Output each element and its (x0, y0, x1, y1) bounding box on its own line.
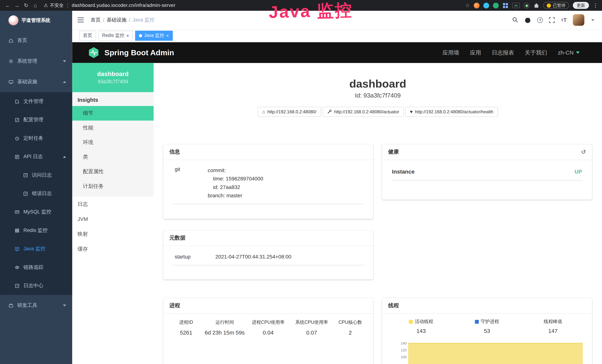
tab-redis-monitor[interactable]: Redis 监控 × (98, 31, 133, 41)
tab-label: 首页 (83, 32, 92, 39)
sba-instance-block[interactable]: dashboard 93a3fc7f7409 (72, 63, 153, 92)
sba-instance-name: dashboard (97, 71, 129, 77)
sba-nav-wall[interactable]: 应用墙 (442, 49, 459, 56)
sba-nav-applications[interactable]: 应用 (470, 49, 481, 56)
sba-menu-details[interactable]: 细节 (72, 106, 153, 121)
info-key: git (172, 166, 208, 200)
sidebar-label: Redis 监控 (23, 227, 47, 234)
github-icon[interactable] (525, 17, 531, 23)
extension-leaf-icon[interactable] (524, 2, 529, 8)
infra-submenu: 文件管理 配置管理 定时任务 API 日志 访问日志 错误日志 (0, 92, 72, 295)
forward-icon[interactable]: → (12, 2, 22, 8)
service-url-button[interactable]: ⌂ http://192.168.0.2:48080/ (258, 107, 321, 117)
fullscreen-icon[interactable] (549, 17, 555, 23)
actuator-url-button[interactable]: http://192.168.0.2:48080/actuator (322, 107, 404, 117)
sba-menu-caches[interactable]: 缓存 (72, 242, 153, 257)
sidebar-item-home[interactable]: 首页 (0, 30, 72, 51)
extension-drop-icon[interactable] (483, 2, 489, 8)
avatar-caret-icon[interactable] (591, 19, 594, 21)
app-logo[interactable]: 芋道管理系统 (0, 11, 72, 30)
sba-menu-scheduled[interactable]: 计划任务 (72, 179, 153, 193)
sidebar-label: 日志中心 (23, 282, 43, 289)
sba-menu-mappings[interactable]: 映射 (72, 227, 153, 242)
sidebar-item-file-manage[interactable]: 文件管理 (0, 92, 72, 110)
sba-instance-id: 93a3fc7f7409 (98, 79, 128, 85)
extension-grid-icon[interactable] (503, 2, 508, 8)
info-line: commit: (208, 166, 263, 175)
paused-badge[interactable]: 已暂停 (543, 2, 569, 9)
sidebar-item-log-center[interactable]: 日志中心 (0, 277, 72, 295)
breadcrumb-section[interactable]: 基础设施 (107, 17, 127, 23)
app-sidebar: 芋道管理系统 首页 系统管理 基础设施 文件管理 配置管理 (0, 11, 72, 364)
back-icon[interactable]: ← (3, 2, 12, 8)
sba-panel: Spring Boot Admin 应用墙 应用 日志报表 关于我们 zh-CN (72, 42, 602, 364)
pencil-square-icon (23, 191, 28, 196)
sidebar-label: 定时任务 (23, 135, 43, 142)
breadcrumb-current: Java 监控 (133, 17, 154, 23)
legend-yellow-swatch (409, 320, 413, 324)
sba-main: dashboard Id: 93a3fc7f7409 ⌂ http://192.… (153, 63, 602, 364)
update-button[interactable]: 更新 (573, 2, 589, 9)
tab-java-monitor[interactable]: Java 监控 × (135, 31, 172, 41)
help-icon[interactable]: ? (537, 17, 543, 23)
sba-nav-journal[interactable]: 日志报表 (492, 49, 514, 56)
history-icon[interactable]: ↺ (581, 149, 586, 155)
top-navbar: 首页 / 基础设施 / Java 监控 ? (72, 11, 602, 29)
instance-links: ⌂ http://192.168.0.2:48080/ http://192.1… (153, 107, 602, 117)
browser-home-icon[interactable]: ⌂ (31, 2, 40, 8)
sidebar-label: 配置管理 (23, 116, 43, 123)
sidebar-label: API 日志 (23, 153, 43, 160)
browser-chrome: ← → ↻ ⌂ ⚠ 不安全 dashboard.yudao.iocoder.cn… (0, 0, 602, 11)
sba-sidebar: dashboard 93a3fc7f7409 Insights 细节 性能 环境… (72, 63, 153, 364)
sidebar-label: MySQL 监控 (23, 208, 51, 215)
actuator-url: http://192.168.0.2:48080/actuator (334, 109, 399, 114)
sba-menu-classes[interactable]: 类 (72, 150, 153, 164)
font-size-icon[interactable]: TT (561, 17, 567, 23)
sidebar-item-redis-monitor[interactable]: Redis 监控 (0, 221, 72, 240)
sidebar-item-mysql-monitor[interactable]: MySQL 监控 (0, 203, 72, 221)
sidebar-item-config-manage[interactable]: 配置管理 (0, 110, 72, 129)
sidebar-item-dev-tools[interactable]: 研发工具 (0, 295, 72, 316)
sidebar-item-scheduled-tasks[interactable]: 定时任务 (0, 129, 72, 147)
tab-home[interactable]: 首页 (79, 31, 96, 41)
breadcrumb-separator: / (103, 17, 104, 23)
extension-fox-icon[interactable] (474, 2, 479, 8)
sba-brand[interactable]: Spring Boot Admin (87, 47, 174, 59)
close-icon[interactable]: × (166, 33, 169, 38)
breadcrumb-home[interactable]: 首页 (91, 17, 101, 23)
timer-icon (15, 136, 20, 141)
sidebar-item-error-logs[interactable]: 错误日志 (0, 184, 72, 203)
sba-menu-environment[interactable]: 环境 (72, 135, 153, 150)
extension-green-icon[interactable] (493, 2, 499, 8)
health-instance-row: Instance UP (391, 166, 583, 181)
sidebar-item-system[interactable]: 系统管理 (0, 51, 72, 71)
sidebar-item-infra[interactable]: 基础设施 (0, 71, 72, 92)
sidebar-item-trace[interactable]: 链路追踪 (0, 258, 72, 277)
extension-on-badge[interactable]: on (512, 3, 520, 8)
sba-menu-metrics[interactable]: 性能 (72, 120, 153, 135)
pencil-square-icon (23, 173, 28, 178)
extensions-puzzle-icon[interactable] (533, 2, 539, 8)
bookmark-star-icon[interactable]: ☆ (465, 2, 470, 8)
health-url-button[interactable]: ♥ http://192.168.0.2:48080/actuator/heal… (405, 107, 498, 117)
sba-nav-about[interactable]: 关于我们 (525, 49, 547, 56)
sba-menu-configprops[interactable]: 配置属性 (72, 164, 153, 179)
threads-chart: 140 120 100 (388, 340, 586, 364)
close-icon[interactable]: × (126, 33, 129, 38)
search-icon[interactable] (512, 17, 518, 23)
user-avatar[interactable] (573, 14, 584, 26)
sba-locale-select[interactable]: zh-CN (558, 50, 580, 56)
url-bar[interactable]: dashboard.yudao.iocoder.cn/infra/admin-s… (72, 3, 176, 8)
sidebar-item-api-logs[interactable]: API 日志 (0, 147, 72, 166)
sidebar-item-java-monitor[interactable]: Java 监控 (0, 240, 72, 258)
navbar-actions: ? TT (512, 14, 597, 26)
security-chip[interactable]: ⚠ 不安全 (44, 2, 64, 9)
sba-menu-logs[interactable]: 日志 (72, 197, 153, 212)
hamburger-icon[interactable] (77, 17, 84, 23)
java-monitor-icon (15, 246, 20, 251)
reload-icon[interactable]: ↻ (22, 2, 31, 8)
sidebar-item-access-logs[interactable]: 访问日志 (0, 166, 72, 184)
sidebar-label: 链路追踪 (23, 264, 43, 271)
sba-menu-jvm[interactable]: JVM (72, 212, 153, 227)
browser-menu-icon[interactable]: ⋮ (593, 2, 598, 8)
